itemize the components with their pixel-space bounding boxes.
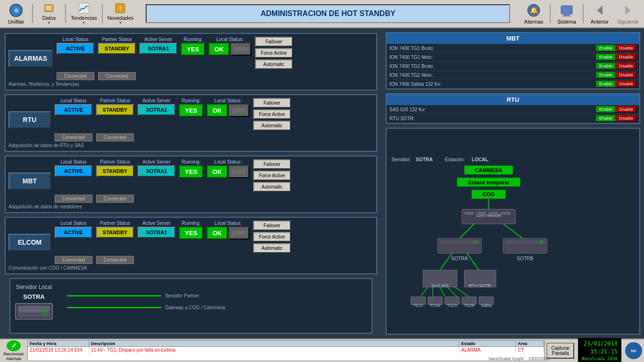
anterior-label: Anterior xyxy=(591,19,609,25)
mbt-disable-2[interactable]: Disable xyxy=(616,63,636,69)
active-server-btn-1[interactable]: SOTRA1 xyxy=(138,104,175,115)
server-diagram: Servidor Local SOTRA xyxy=(9,278,372,334)
toolbar-sep-5 xyxy=(583,4,584,23)
rtu-desc: Adquisición de datos de RTU y SAS xyxy=(8,143,373,148)
alarm-icon-box[interactable]: ✓ ReconocerAlarmas xyxy=(2,340,25,361)
alarm-check-icon: ✓ xyxy=(7,340,21,351)
mbt-disable-1[interactable]: Disable xyxy=(616,54,636,60)
anterior-icon xyxy=(592,3,607,18)
active-server-btn-2[interactable]: SOTRA1 xyxy=(138,165,175,177)
ok-btn-2[interactable]: OK xyxy=(207,165,228,178)
mbt-info-header: MBT xyxy=(387,33,639,44)
gateway-line-graphic xyxy=(67,307,161,308)
active-server-btn-0[interactable]: SOTRA1 xyxy=(140,43,177,54)
alarmas-label: Alarmas xyxy=(524,19,543,25)
status-col-header-4: Area xyxy=(516,341,544,346)
alarm-text: ReconocerAlarmas xyxy=(3,352,24,361)
force-active-btn-0[interactable]: Force Active xyxy=(255,48,293,58)
mbt-enable-2[interactable]: Enable xyxy=(596,63,616,69)
toolbar-btn-unifilar[interactable]: ⊙ Unifilar xyxy=(2,1,30,26)
ok-btn-3[interactable]: OK xyxy=(207,227,228,239)
svg-line-58 xyxy=(447,287,457,297)
active-server-btn-3[interactable]: SOTRA1 xyxy=(138,227,175,238)
failover-btn-3[interactable]: Failover xyxy=(253,221,291,230)
siguiente-label: Siguiente xyxy=(617,19,639,25)
mbt-disable-3[interactable]: Disable xyxy=(616,72,636,78)
mbt-disable-0[interactable]: Disable xyxy=(616,45,636,51)
rtu-enable-1[interactable]: Enable xyxy=(596,115,616,122)
rtu-enable-0[interactable]: Enable xyxy=(596,106,616,113)
toolbar-btn-siguiente[interactable]: Siguiente xyxy=(614,1,642,26)
mbt-disable-4[interactable]: Disable xyxy=(616,81,636,87)
svg-rect-42 xyxy=(474,241,477,244)
toolbar-btn-novedades[interactable]: ! Novedades ▼ xyxy=(105,1,137,26)
elcom-btn[interactable]: ELCOM xyxy=(8,234,51,251)
svg-text:Salida: Salida xyxy=(481,304,492,308)
connected2-1: Connected xyxy=(96,133,134,141)
toolbar-btn-anterior[interactable]: Anterior xyxy=(586,1,614,26)
local-status-btn-3[interactable]: ACTIVE xyxy=(55,227,92,238)
partner-status-btn-3[interactable]: STANDBY xyxy=(96,227,134,238)
local-status-btn-0[interactable]: ACTIVE xyxy=(57,43,94,54)
force-active-btn-3[interactable]: Force Active xyxy=(253,232,291,242)
svg-line-38 xyxy=(503,224,522,239)
force-active-btn-1[interactable]: Force Active xyxy=(253,109,291,119)
err-btn-0[interactable]: ERR xyxy=(231,43,251,56)
running-btn-0[interactable]: YES xyxy=(181,43,205,56)
running-btn-3[interactable]: YES xyxy=(179,227,203,239)
capture-btn[interactable]: CapturarPantalla xyxy=(546,343,574,359)
failover-btn-0[interactable]: Failover xyxy=(255,37,293,47)
mbt-btn[interactable]: MBT xyxy=(8,173,51,189)
partner-line: Servidor Partner xyxy=(67,293,225,298)
rtu-row-0: SAS GIS 132 Kv: Enable Disable xyxy=(387,105,639,114)
local-status-btn-1[interactable]: ACTIVE xyxy=(55,104,92,115)
toolbar-btn-datos[interactable]: Datos ▼ xyxy=(35,1,63,26)
novedades-label: Novedades xyxy=(107,15,134,21)
partner-status-btn-1[interactable]: STANDBY xyxy=(96,104,134,115)
partner-status-btn-2[interactable]: STANDBY xyxy=(96,165,134,177)
mbt-enable-1[interactable]: Enable xyxy=(596,54,616,60)
automatic-btn-1[interactable]: Automatic xyxy=(253,121,291,131)
svg-text:!: ! xyxy=(119,5,121,12)
running-btn-1[interactable]: YES xyxy=(179,104,203,117)
status-table: Fecha y Hora Descripcion Estado Area 21/… xyxy=(27,340,545,361)
rtu-btn[interactable]: RTU xyxy=(8,111,51,128)
failover-btn-1[interactable]: Failover xyxy=(253,98,291,108)
ok-btn-0[interactable]: OK xyxy=(209,43,230,56)
svg-rect-40 xyxy=(439,240,480,245)
automatic-btn-2[interactable]: Automatic xyxy=(253,182,291,192)
running-btn-2[interactable]: YES xyxy=(179,165,203,178)
mbt-enable-0[interactable]: Enable xyxy=(596,45,616,51)
err-btn-2[interactable]: ERR xyxy=(229,165,249,178)
automatic-btn-3[interactable]: Automatic xyxy=(253,243,291,253)
novedades-icon: ! xyxy=(113,2,128,14)
active-server-label-3: Active Server xyxy=(142,221,170,226)
force-active-btn-2[interactable]: Force Active xyxy=(253,171,291,181)
rtu-disable-0[interactable]: Disable xyxy=(616,106,636,113)
err-btn-3[interactable]: ERR xyxy=(229,227,249,239)
rtu-disable-1[interactable]: Disable xyxy=(616,115,636,122)
toolbar-btn-alarmas[interactable]: 🔔 Alarmas xyxy=(520,1,548,26)
toolbar-btn-sistema[interactable]: Sistema xyxy=(553,1,581,26)
partner-status-btn-0[interactable]: STANDBY xyxy=(98,43,136,54)
svg-line-50 xyxy=(467,253,479,270)
alarmas-btn[interactable]: ALARMAS xyxy=(8,50,53,67)
left-panel: ALARMAS Local Status ACTIVE Partner Stat… xyxy=(0,28,382,338)
svg-rect-6 xyxy=(79,3,89,14)
ok-btn-1[interactable]: OK xyxy=(207,104,228,117)
automatic-btn-0[interactable]: Automatic xyxy=(255,59,293,69)
status-bar: ✓ ReconocerAlarmas Fecha y Hora Descripc… xyxy=(0,338,644,362)
svg-line-59 xyxy=(454,287,469,297)
mbt-enable-4[interactable]: Enable xyxy=(596,81,616,87)
toolbar-btn-tendencias[interactable]: Tendencias ▼ xyxy=(68,1,100,26)
failover-btn-2[interactable]: Failover xyxy=(253,159,291,169)
local-status-btn-2[interactable]: ACTIVE xyxy=(55,165,92,177)
service-card-rtu: RTU Local Status ACTIVE Partner Status S… xyxy=(5,94,377,152)
svg-text:SOTRB: SOTRB xyxy=(517,256,534,261)
status-estado: ALARMA xyxy=(459,347,516,353)
mbt-enable-3[interactable]: Enable xyxy=(596,72,616,78)
err-btn-1[interactable]: ERR xyxy=(229,104,249,117)
datetime-box: 23/01/2018 15:21:15 NanoScada 2010 xyxy=(578,338,621,362)
toolbar-sep-1 xyxy=(32,4,33,23)
ls-label-1: Local Status: xyxy=(215,98,242,103)
